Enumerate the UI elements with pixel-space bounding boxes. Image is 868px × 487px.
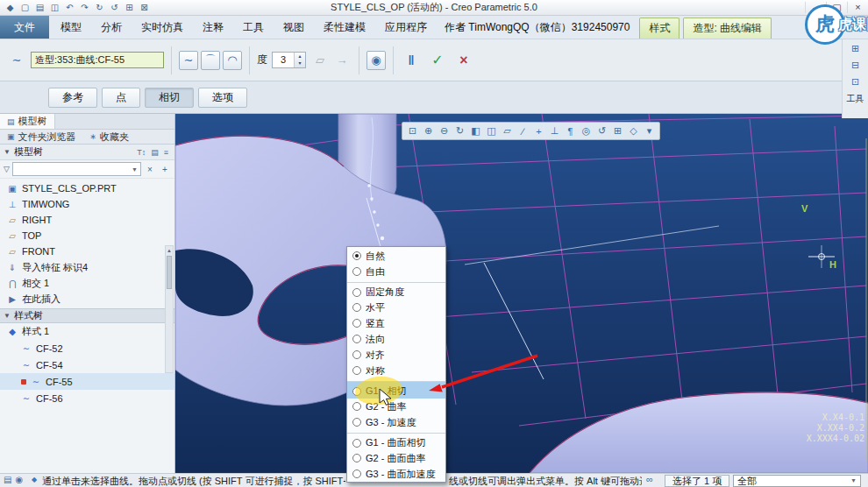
menu-item[interactable]: 竖直: [347, 315, 445, 331]
weight-point-icon[interactable]: ▱: [310, 51, 330, 70]
find-icon[interactable]: ∞: [646, 474, 653, 484]
tree-item-plane-front[interactable]: ▱ FRONT: [0, 244, 174, 259]
open-file-icon[interactable]: ▤: [33, 3, 46, 12]
perspective-icon[interactable]: ◇: [626, 124, 641, 138]
collapse-caret-icon[interactable]: ▼: [4, 312, 11, 320]
dashboard-tab[interactable]: 相切: [145, 88, 194, 108]
tree-item-import[interactable]: ⇓ 导入特征 标识4: [0, 259, 174, 275]
tree-item-curve-cf54[interactable]: ∼ CF-54: [0, 356, 174, 373]
tab-folder-browser[interactable]: ▣ 文件夹浏览器: [0, 130, 83, 144]
ribbon-tab[interactable]: 应用程序: [375, 16, 437, 39]
menu-item[interactable]: G1 - 曲面相切: [347, 433, 445, 450]
menu-item[interactable]: 固定角度: [347, 282, 445, 300]
tab-favorites[interactable]: ∗ 收藏夹: [83, 130, 137, 144]
spin-center-icon[interactable]: ◎: [579, 124, 594, 138]
viewport-3d-scene[interactable]: V H X.X4-0.1 X.XX4-0.2 X.XXX4-0.02: [175, 114, 868, 473]
tab-file[interactable]: 文件: [0, 16, 49, 39]
menu-item[interactable]: 自由: [347, 264, 445, 279]
tree-settings-icon[interactable]: ≡: [161, 148, 171, 157]
menu-item[interactable]: 法向: [347, 331, 445, 347]
cos-curve-icon[interactable]: ◠: [223, 51, 242, 70]
datum-tools-icon[interactable]: ⊞: [851, 43, 859, 54]
degree-spinner[interactable]: 3 ▴▾: [272, 52, 306, 68]
more-options-icon[interactable]: ▾: [642, 124, 657, 138]
annotation-display-icon[interactable]: ¶: [563, 124, 578, 138]
context-ribbon-tab[interactable]: 造型: 曲线编辑: [683, 18, 772, 39]
extend-curve-icon[interactable]: →: [332, 51, 352, 70]
dashboard-tab[interactable]: 参考: [48, 88, 97, 108]
plane-display-icon[interactable]: ▱: [500, 124, 515, 138]
pause-button[interactable]: ‖: [401, 53, 422, 67]
tree-item-style-1[interactable]: ◆ 样式 1: [0, 323, 174, 340]
display-style-icon[interactable]: ◧: [468, 124, 483, 138]
free-curve-icon[interactable]: ∼: [179, 51, 198, 70]
minimize-button[interactable]: –: [805, 2, 826, 13]
tree-item-curve-cf55[interactable]: ∼ CF-55: [0, 373, 174, 390]
preview-toggle-icon[interactable]: ◉: [366, 51, 386, 70]
selection-filter-dropdown[interactable]: 全部 ▼: [733, 475, 861, 487]
cancel-button[interactable]: ×: [453, 53, 474, 68]
axis-display-icon[interactable]: ∕: [516, 124, 530, 138]
curve-name-field[interactable]: [31, 52, 164, 68]
spinner-arrows[interactable]: ▴▾: [294, 53, 305, 67]
dashboard-tab[interactable]: 点: [102, 88, 140, 108]
tree-item-csys[interactable]: ⊥ TIMWONG: [0, 196, 174, 212]
context-ribbon-tab[interactable]: 样式: [639, 18, 679, 39]
menu-item[interactable]: G3 - 加速度: [347, 414, 445, 430]
tree-scrollbar[interactable]: ▲: [165, 245, 174, 373]
tree-item-plane-top[interactable]: ▱ TOP: [0, 228, 174, 244]
tree-filter-input[interactable]: ▼: [12, 162, 141, 176]
funnel-icon[interactable]: ▽: [4, 165, 10, 173]
maximize-button[interactable]: ▢: [826, 2, 847, 13]
ribbon-tab[interactable]: 模型: [51, 16, 91, 39]
tree-columns-icon[interactable]: ▤: [148, 148, 161, 157]
close-button[interactable]: ×: [847, 2, 868, 13]
close-window-icon[interactable]: ⊠: [138, 3, 151, 12]
tree-filter-icon[interactable]: T↕: [134, 148, 148, 157]
ribbon-tab[interactable]: 工具: [233, 16, 274, 39]
ok-button[interactable]: ✓: [426, 52, 449, 68]
csys-display-icon[interactable]: ⊥: [547, 124, 562, 138]
zoom-in-icon[interactable]: ⊕: [421, 124, 436, 138]
orient-mode-icon[interactable]: ↺: [594, 124, 609, 138]
save-icon[interactable]: ◫: [48, 3, 61, 12]
edit-tools-icon[interactable]: ⊡: [851, 76, 859, 88]
windows-icon[interactable]: ⊞: [123, 3, 136, 12]
redo-icon[interactable]: ↷: [78, 3, 91, 12]
menu-item[interactable]: G1 - 相切: [347, 381, 445, 399]
tab-model-tree[interactable]: ▤ 模型树: [0, 114, 55, 129]
ribbon-tab[interactable]: 柔性建模: [314, 16, 375, 39]
menu-item[interactable]: 自然: [347, 248, 445, 264]
new-file-icon[interactable]: ▢: [18, 3, 32, 12]
tree-item-curve-cf56[interactable]: ∼ CF-56: [0, 390, 174, 406]
view-manager-icon[interactable]: ⊞: [610, 124, 625, 138]
menu-item[interactable]: G2 - 曲率: [347, 399, 445, 414]
scrollbar-thumb[interactable]: [167, 256, 172, 289]
menu-item[interactable]: 对称: [347, 363, 445, 378]
point-display-icon[interactable]: +: [531, 124, 546, 138]
graphics-viewport[interactable]: V H X.X4-0.1 X.XX4-0.2 X.XXX4-0.02 ⊡⊕⊖↻◧…: [175, 114, 868, 473]
dashboard-tab[interactable]: 选项: [198, 88, 247, 108]
scroll-up-icon[interactable]: ▲: [166, 246, 173, 255]
refit-icon[interactable]: ⊡: [405, 124, 420, 138]
menu-item[interactable]: 水平: [347, 300, 445, 315]
tree-item-plane-right[interactable]: ▱ RIGHT: [0, 212, 174, 228]
menu-item[interactable]: 对齐: [347, 347, 445, 363]
ribbon-tab[interactable]: 实时仿真: [132, 16, 193, 39]
refresh-icon[interactable]: ↺: [108, 3, 121, 12]
section-icon[interactable]: ◫: [484, 124, 499, 138]
repaint-icon[interactable]: ↻: [452, 124, 467, 138]
browser-toggle-icon[interactable]: ◉: [15, 475, 23, 484]
menu-item[interactable]: G3 - 曲面加速度: [347, 466, 445, 482]
navigator-toggle-icon[interactable]: ▤: [4, 475, 11, 484]
tree-item-intersect[interactable]: ⋂ 相交 1: [0, 275, 174, 291]
clear-filter-button[interactable]: ×: [144, 165, 156, 174]
undo-icon[interactable]: ↶: [63, 3, 76, 12]
menu-item[interactable]: G2 - 曲面曲率: [347, 450, 445, 466]
creo-logo-icon[interactable]: ◆: [4, 3, 17, 12]
planar-curve-icon[interactable]: ⌒: [201, 51, 220, 70]
add-filter-button[interactable]: +: [159, 165, 171, 174]
ribbon-tab[interactable]: 注释: [193, 16, 233, 39]
tree-item-insert-here[interactable]: ▶ 在此插入: [0, 291, 174, 307]
tree-item-curve-cf52[interactable]: ∼ CF-52: [0, 340, 174, 356]
